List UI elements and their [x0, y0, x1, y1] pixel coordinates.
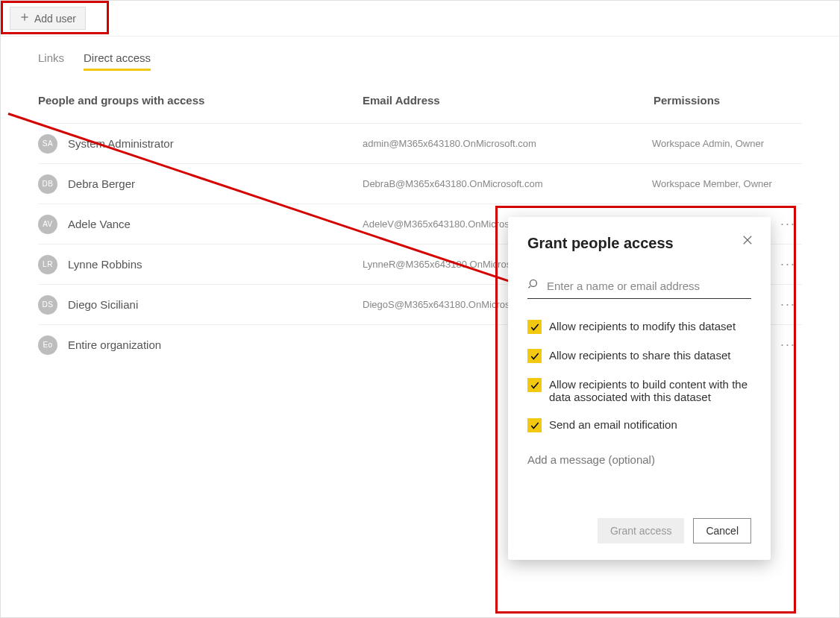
table-header: People and groups with access Email Addr…: [38, 94, 802, 123]
checkbox-label: Send an email notification: [549, 418, 677, 431]
row-name: Entire organization: [68, 338, 363, 351]
checkbox[interactable]: [527, 418, 542, 432]
permission-checkboxes: Allow recipients to modify this datasetA…: [527, 320, 751, 432]
row-name: Diego Siciliani: [68, 298, 363, 311]
table-row: SASystem Administratoradmin@M365x643180.…: [38, 123, 802, 163]
checkbox-label: Allow recipients to share this dataset: [549, 349, 730, 362]
toolbar: Add user: [1, 1, 839, 37]
dialog-actions: Grant access Cancel: [527, 518, 751, 543]
close-button[interactable]: [741, 233, 754, 250]
grant-access-dialog: Grant people access Allow recipients to …: [508, 217, 771, 560]
avatar: Eo: [38, 335, 57, 355]
row-permissions: Workspace Admin, Owner: [652, 138, 802, 149]
search-people-field[interactable]: [527, 277, 751, 299]
svg-point-4: [530, 280, 536, 286]
checkbox-option: Allow recipients to build content with t…: [527, 378, 751, 403]
tab-links[interactable]: Links: [38, 51, 64, 71]
row-name: Lynne Robbins: [68, 258, 363, 271]
avatar: SA: [38, 134, 57, 154]
checkbox[interactable]: [527, 320, 542, 334]
grant-access-button[interactable]: Grant access: [598, 518, 684, 543]
checkbox-option: Send an email notification: [527, 418, 751, 432]
col-header-permissions: Permissions: [653, 94, 802, 107]
cancel-button[interactable]: Cancel: [693, 518, 751, 543]
avatar: DB: [38, 174, 57, 194]
checkbox-label: Allow recipients to modify this dataset: [549, 320, 736, 332]
tab-direct-access[interactable]: Direct access: [84, 51, 151, 71]
checkbox-label: Allow recipients to build content with t…: [549, 378, 751, 403]
avatar: LR: [38, 255, 57, 274]
dialog-title: Grant people access: [527, 235, 751, 252]
checkbox-option: Allow recipients to modify this dataset: [527, 320, 751, 334]
col-header-name: People and groups with access: [38, 94, 363, 107]
row-permissions: Workspace Member, Owner: [652, 178, 802, 189]
search-input[interactable]: [547, 280, 751, 292]
row-name: Adele Vance: [68, 218, 363, 230]
svg-line-5: [529, 286, 530, 288]
row-email: DebraB@M365x643180.OnMicrosoft.com: [363, 178, 652, 189]
checkbox-option: Allow recipients to share this dataset: [527, 349, 751, 363]
row-email: admin@M365x643180.OnMicrosoft.com: [363, 138, 652, 149]
checkbox[interactable]: [527, 378, 542, 392]
checkbox[interactable]: [527, 349, 542, 363]
col-header-email: Email Address: [363, 94, 653, 107]
tabs: Links Direct access: [1, 37, 839, 72]
avatar: AV: [38, 215, 57, 234]
table-row: DBDebra BergerDebraB@M365x643180.OnMicro…: [38, 163, 802, 204]
message-input[interactable]: Add a message (optional): [527, 453, 751, 466]
search-icon: [527, 277, 547, 294]
avatar: DS: [38, 295, 57, 315]
annotation-highlight-adduser: [1, 1, 109, 34]
